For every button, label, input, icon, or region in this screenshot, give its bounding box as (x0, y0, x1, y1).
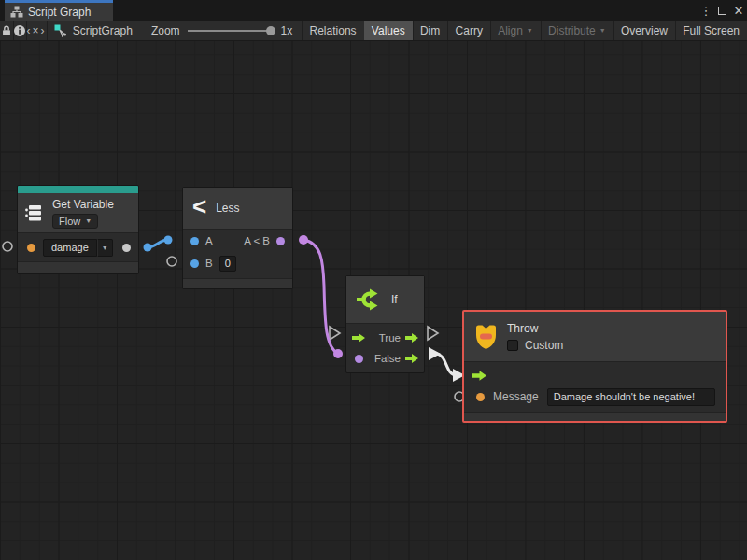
flow-in-port[interactable] (472, 371, 486, 381)
wire-endpoint[interactable] (333, 349, 343, 358)
false-label: False (374, 353, 401, 364)
align-label: Align (498, 24, 523, 37)
window-controls: ⋮ ✕ (699, 0, 745, 21)
get-variable-header[interactable]: Get Variable Flow ▼ (18, 193, 138, 232)
unconnected-port-ring[interactable] (167, 257, 176, 266)
wire-endpoint[interactable] (299, 235, 308, 245)
unconnected-port-ring[interactable] (3, 242, 12, 251)
script-graph-asset-icon (54, 24, 67, 37)
zoom-control: Zoom 1x (142, 21, 302, 40)
custom-label: Custom (525, 339, 563, 352)
get-variable-row: damage ▼ (18, 233, 138, 261)
message-port[interactable] (476, 393, 485, 401)
code-preview-button[interactable]: ‹×› (27, 21, 47, 40)
if-row-false: False (346, 348, 424, 369)
throw-body: Message Damage shouldn't be negative! (464, 362, 726, 412)
port-b-label: B (205, 258, 213, 269)
name-port[interactable] (27, 244, 35, 252)
tab-title: Script Graph (28, 6, 91, 19)
throw-message-row: Message Damage shouldn't be negative! (464, 386, 726, 407)
overview-button[interactable]: Overview (613, 21, 675, 40)
flow-wire-triangle[interactable] (429, 347, 441, 360)
tab-script-graph[interactable]: Script Graph (5, 0, 113, 21)
graph-canvas[interactable]: Get Variable Flow ▼ damage ▼ (0, 41, 747, 560)
relations-button[interactable]: Relations (303, 21, 364, 40)
tab-bar: Script Graph ⋮ ✕ (0, 0, 747, 21)
node-title: Throw (507, 322, 563, 335)
less-row-b: B 0 (183, 252, 292, 274)
node-padding (346, 369, 424, 372)
caret-down-icon: ▼ (527, 27, 533, 34)
graph-name-label: ScriptGraph (73, 24, 133, 37)
menu-icon[interactable]: ⋮ (699, 4, 712, 18)
caret-down-icon: ▼ (599, 27, 606, 34)
less-icon: < (192, 194, 206, 218)
maximize-icon[interactable] (718, 7, 726, 15)
if-row-true: True (346, 328, 424, 348)
if-header[interactable]: If (346, 276, 424, 323)
node-less[interactable]: < Less A A < B B 0 (182, 187, 293, 289)
zoom-slider[interactable] (188, 30, 274, 32)
caret-down-icon: ▼ (97, 239, 113, 257)
node-throw-selected[interactable]: Throw Custom Message Damage sh (462, 310, 727, 423)
throw-header[interactable]: Throw Custom (464, 312, 726, 361)
true-label: True (379, 332, 401, 343)
node-if[interactable]: If True False (345, 275, 425, 373)
distribute-dropdown[interactable]: Distribute ▼ (541, 21, 613, 40)
close-icon[interactable]: ✕ (732, 4, 745, 18)
wire-endpoint[interactable] (164, 236, 173, 245)
graph-name-group: ScriptGraph (47, 21, 142, 40)
variable-accent-bar (18, 186, 138, 193)
branch-icon (355, 287, 381, 313)
variable-scope-dropdown[interactable]: Flow ▼ (52, 214, 98, 229)
unconnected-flow-triangle[interactable] (428, 327, 438, 340)
distribute-label: Distribute (548, 24, 596, 37)
false-out-port[interactable] (405, 354, 418, 363)
node-title: Less (216, 202, 239, 215)
value-output-port[interactable] (122, 244, 131, 252)
condition-port[interactable] (355, 355, 363, 363)
scope-label: Flow (59, 216, 80, 227)
carry-button[interactable]: Carry (448, 21, 490, 40)
node-footer (464, 413, 726, 421)
zoom-value: 1x (281, 24, 293, 37)
node-get-variable[interactable]: Get Variable Flow ▼ damage ▼ (17, 185, 139, 274)
dim-button[interactable]: Dim (413, 21, 447, 40)
wire-less-to-if[interactable] (303, 240, 338, 354)
less-header[interactable]: < Less (183, 188, 292, 229)
variable-icon (23, 202, 46, 224)
variable-name-value: damage (43, 239, 97, 257)
info-button[interactable] (13, 21, 26, 40)
node-title: Get Variable (52, 198, 114, 211)
true-out-port[interactable] (405, 333, 418, 343)
node-footer (183, 279, 292, 288)
full-screen-button[interactable]: Full Screen (675, 21, 747, 40)
throw-flow-row (464, 368, 726, 383)
flow-in-port[interactable] (352, 333, 365, 343)
less-row-a: A A < B (183, 230, 292, 252)
exception-shield-icon (473, 322, 499, 351)
port-a[interactable] (190, 237, 199, 245)
message-input[interactable]: Damage shouldn't be negative! (547, 388, 715, 406)
result-label: A < B (244, 235, 270, 246)
node-footer (18, 262, 138, 273)
variable-name-dropdown[interactable]: damage ▼ (43, 239, 113, 257)
caret-down-icon: ▼ (85, 217, 92, 224)
port-b[interactable] (190, 259, 199, 268)
result-port[interactable] (276, 237, 285, 245)
graph-toolbar: ‹×› ScriptGraph Zoom 1x Relations Values… (0, 21, 747, 41)
message-label: Message (493, 390, 539, 403)
graph-hierarchy-icon (10, 6, 23, 18)
b-value-input[interactable]: 0 (219, 256, 236, 272)
unconnected-flow-triangle[interactable] (330, 327, 340, 340)
lock-button[interactable] (0, 21, 13, 40)
custom-checkbox[interactable] (507, 340, 518, 351)
zoom-label: Zoom (151, 24, 180, 37)
zoom-slider-handle[interactable] (266, 26, 275, 35)
lock-icon (0, 24, 13, 37)
port-a-label: A (205, 235, 213, 246)
values-button[interactable]: Values (364, 21, 413, 40)
wire-endpoint[interactable] (144, 244, 152, 252)
align-dropdown[interactable]: Align ▼ (490, 21, 541, 40)
node-title: If (391, 293, 398, 306)
